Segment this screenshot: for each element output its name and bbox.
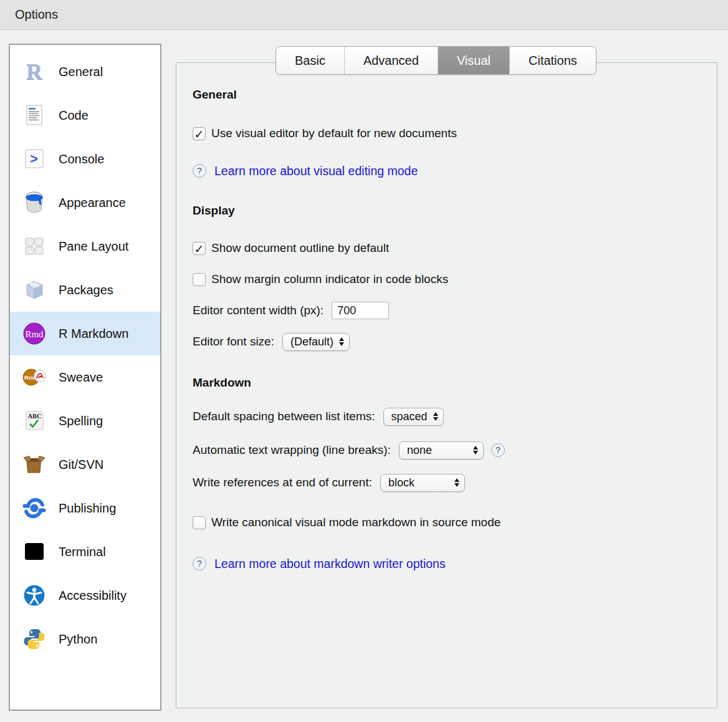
sidebar-item-general[interactable]: R General — [10, 50, 160, 94]
text-wrapping-select[interactable]: none — [399, 441, 484, 460]
sidebar-item-label: Terminal — [59, 545, 106, 559]
sidebar-item-label: Git/SVN — [59, 458, 103, 472]
list-spacing-row: Default spacing between list items: spac… — [193, 407, 704, 426]
text-wrapping-value: none — [407, 444, 432, 457]
window-titlebar: Options — [0, 0, 728, 30]
sidebar-item-label: Appearance — [59, 196, 126, 210]
stepper-arrows-icon — [433, 412, 438, 421]
references-value: block — [388, 476, 414, 489]
help-icon[interactable]: ? — [491, 443, 505, 457]
tab-citations[interactable]: Citations — [509, 47, 596, 74]
text-wrapping-label: Automatic text wrapping (line breaks): — [193, 443, 391, 457]
sidebar-item-label: Packages — [59, 283, 113, 297]
references-select[interactable]: block — [380, 474, 465, 492]
sidebar-item-console[interactable]: > Console — [10, 137, 160, 181]
text-wrapping-row: Automatic text wrapping (line breaks): n… — [193, 441, 704, 460]
show-outline-checkbox[interactable]: ✓ — [193, 242, 206, 255]
tab-advanced[interactable]: Advanced — [344, 47, 438, 74]
list-spacing-select[interactable]: spaced — [383, 408, 444, 426]
stepper-arrows-icon — [473, 446, 478, 455]
tab-basic[interactable]: Basic — [276, 47, 344, 74]
list-spacing-value: spaced — [391, 410, 428, 423]
options-content-panel: General ✓ Use visual editor by default f… — [176, 62, 717, 708]
panel-tab-bar: Basic Advanced Visual Citations — [275, 46, 596, 75]
window-title: Options — [15, 7, 58, 22]
stepper-arrows-icon — [339, 337, 344, 347]
sidebar-item-label: Python — [59, 632, 97, 647]
code-document-icon — [22, 103, 46, 127]
sidebar-item-pane-layout[interactable]: Pane Layout — [10, 224, 160, 268]
section-heading-general: General — [193, 88, 704, 102]
svg-text:Rmd: Rmd — [25, 329, 44, 339]
section-heading-markdown: Markdown — [193, 376, 704, 390]
sidebar-item-packages[interactable]: Packages — [10, 268, 160, 312]
accessibility-icon — [22, 584, 46, 607]
package-cube-icon — [22, 278, 46, 302]
font-size-row: Editor font size: (Default) — [193, 332, 704, 351]
show-margin-label: Show margin column indicator in code blo… — [211, 272, 448, 286]
canonical-markdown-label: Write canonical visual mode markdown in … — [211, 516, 501, 529]
content-width-row: Editor content width (px): — [193, 301, 704, 320]
svg-text:>: > — [30, 151, 38, 166]
font-size-label: Editor font size: — [193, 335, 274, 349]
outline-row: ✓ Show document outline by default — [193, 239, 704, 258]
sidebar-item-publishing[interactable]: Publishing — [10, 486, 160, 530]
references-label: Write references at end of current: — [193, 476, 372, 489]
svg-text:ABC: ABC — [27, 413, 41, 420]
list-spacing-label: Default spacing between list items: — [193, 410, 375, 423]
tab-label: Advanced — [363, 54, 419, 68]
stepper-arrows-icon — [454, 478, 459, 488]
sidebar-item-label: General — [59, 65, 103, 79]
sidebar-item-appearance[interactable]: Appearance — [10, 181, 160, 224]
learn-visual-editing-link[interactable]: Learn more about visual editing mode — [214, 164, 418, 178]
sidebar-item-label: R Markdown — [59, 327, 128, 341]
references-row: Write references at end of current: bloc… — [193, 473, 704, 492]
terminal-icon — [22, 540, 46, 564]
sidebar-item-spelling[interactable]: ABC Spelling — [10, 399, 160, 443]
content-width-input[interactable] — [332, 302, 389, 319]
sidebar-item-accessibility[interactable]: Accessibility — [10, 574, 160, 617]
sidebar-item-label: Publishing — [59, 501, 116, 516]
sidebar-item-sweave[interactable]: Rnw Sweave — [10, 355, 160, 399]
rmarkdown-icon: Rmd — [22, 322, 46, 345]
visual-editor-row: ✓ Use visual editor by default for new d… — [193, 124, 704, 143]
sidebar-item-python[interactable]: Python — [10, 617, 160, 661]
sidebar-item-label: Console — [59, 152, 104, 166]
sidebar-item-terminal[interactable]: Terminal — [10, 530, 160, 574]
python-icon — [22, 627, 46, 651]
markdown-help-row: ? Learn more about markdown writer optio… — [193, 554, 704, 573]
paint-bucket-icon — [22, 191, 46, 214]
font-size-value: (Default) — [290, 335, 333, 349]
sidebar-item-label: Spelling — [59, 414, 103, 428]
tab-label: Citations — [529, 54, 577, 68]
margin-indicator-row: Show margin column indicator in code blo… — [193, 270, 704, 289]
show-margin-checkbox[interactable] — [193, 273, 206, 286]
tab-visual[interactable]: Visual — [438, 47, 509, 74]
canonical-row: Write canonical visual mode markdown in … — [193, 513, 704, 532]
use-visual-editor-label: Use visual editor by default for new doc… — [211, 127, 457, 140]
pane-grid-icon — [22, 234, 46, 258]
spelling-icon: ABC — [22, 409, 46, 433]
sweave-icon: Rnw — [22, 365, 46, 389]
options-sidebar: R General Code > Console Appearance Pane… — [9, 44, 161, 711]
tab-label: Visual — [457, 54, 491, 68]
learn-markdown-writer-link[interactable]: Learn more about markdown writer options — [214, 557, 446, 571]
help-icon[interactable]: ? — [193, 164, 206, 178]
visual-editing-help-row: ? Learn more about visual editing mode — [193, 161, 704, 180]
publishing-icon — [22, 496, 46, 520]
use-visual-editor-checkbox[interactable]: ✓ — [193, 127, 206, 140]
sidebar-item-label: Code — [59, 108, 89, 123]
sidebar-item-code[interactable]: Code — [10, 94, 160, 137]
tab-label: Basic — [295, 54, 325, 68]
show-outline-label: Show document outline by default — [211, 241, 389, 255]
font-size-select[interactable]: (Default) — [282, 333, 350, 351]
content-width-label: Editor content width (px): — [193, 304, 323, 317]
sidebar-item-label: Accessibility — [59, 589, 127, 603]
canonical-markdown-checkbox[interactable] — [193, 516, 206, 529]
sidebar-item-git-svn[interactable]: Git/SVN — [10, 443, 160, 486]
r-logo-icon: R — [22, 60, 46, 84]
sidebar-item-r-markdown[interactable]: Rmd R Markdown — [10, 312, 160, 355]
console-icon: > — [22, 147, 46, 171]
help-icon[interactable]: ? — [193, 557, 206, 570]
sidebar-item-label: Pane Layout — [59, 239, 128, 254]
